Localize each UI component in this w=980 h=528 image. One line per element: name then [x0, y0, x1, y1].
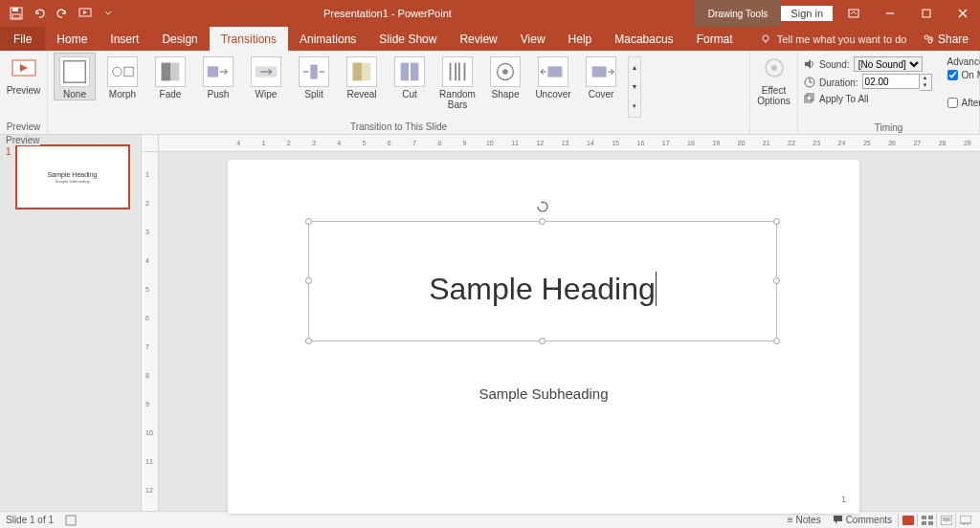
- quick-access-toolbar: [0, 3, 119, 24]
- transition-cover[interactable]: Cover: [580, 53, 622, 99]
- transition-random-bars[interactable]: Random Bars: [436, 53, 479, 110]
- svg-rect-33: [547, 66, 562, 77]
- comments-icon: [833, 515, 843, 525]
- horizontal-ruler: 4123456789101112131415161718192021222324…: [159, 135, 980, 152]
- on-click-label: On Mouse Click: [962, 70, 980, 80]
- qat-dropdown-icon[interactable]: [98, 3, 119, 24]
- resize-handle[interactable]: [773, 277, 780, 284]
- title-textbox[interactable]: Sample Heading: [308, 221, 777, 341]
- svg-rect-34: [592, 66, 607, 77]
- svg-rect-22: [310, 65, 318, 79]
- share-icon: [923, 33, 934, 45]
- duration-input[interactable]: [862, 74, 920, 89]
- slide-editor: 4123456789101112131415161718192021222324…: [142, 135, 980, 511]
- slide-canvas[interactable]: Sample Heading Sample Subheading 1: [228, 160, 859, 514]
- tab-macabacus[interactable]: Macabacus: [603, 27, 684, 51]
- effect-options-button: Effect Options: [756, 53, 791, 106]
- transition-wipe[interactable]: Wipe: [245, 53, 287, 99]
- ruler-corner: [142, 135, 159, 152]
- group-effect-options: Effect Options: [750, 51, 798, 134]
- slide-subtitle[interactable]: Sample Subheading: [228, 385, 859, 402]
- comments-button[interactable]: Comments: [827, 515, 898, 525]
- svg-rect-46: [922, 521, 926, 525]
- slideshow-view-icon[interactable]: [955, 514, 974, 527]
- redo-icon[interactable]: [52, 3, 73, 24]
- svg-point-36: [771, 65, 777, 71]
- tell-me[interactable]: Tell me what you want to do: [745, 27, 907, 51]
- tab-help[interactable]: Help: [557, 27, 604, 51]
- svg-rect-1: [12, 8, 18, 11]
- tab-home[interactable]: Home: [45, 27, 99, 51]
- reading-view-icon[interactable]: [936, 514, 955, 527]
- resize-handle[interactable]: [539, 218, 546, 225]
- close-icon[interactable]: [947, 0, 978, 27]
- rotate-handle-icon[interactable]: [537, 201, 548, 212]
- preview-button[interactable]: Preview: [6, 53, 41, 96]
- ribbon: Preview Preview NoneMorphFadePushWipeSpl…: [0, 51, 980, 135]
- transition-cut[interactable]: Cut: [389, 53, 431, 99]
- tab-insert[interactable]: Insert: [99, 27, 150, 51]
- apply-to-all-button[interactable]: Apply To All: [804, 93, 932, 104]
- svg-point-9: [763, 35, 768, 41]
- undo-icon[interactable]: [29, 3, 50, 24]
- tab-view[interactable]: View: [509, 27, 557, 51]
- transition-morph[interactable]: Morph: [101, 53, 144, 99]
- svg-rect-15: [64, 61, 86, 83]
- svg-rect-45: [928, 516, 933, 519]
- resize-handle[interactable]: [773, 218, 780, 225]
- spellcheck-icon[interactable]: [65, 515, 77, 526]
- normal-view-icon[interactable]: [898, 514, 917, 527]
- svg-rect-43: [902, 516, 914, 525]
- resize-handle[interactable]: [773, 338, 780, 344]
- svg-rect-6: [923, 10, 930, 17]
- resize-handle[interactable]: [305, 277, 312, 284]
- svg-point-11: [924, 35, 928, 39]
- tab-design[interactable]: Design: [150, 27, 209, 51]
- sound-select[interactable]: [No Sound]: [854, 56, 923, 72]
- resize-handle[interactable]: [305, 218, 312, 225]
- after-checkbox[interactable]: [947, 98, 958, 108]
- on-click-checkbox[interactable]: [947, 70, 958, 80]
- slide-sorter-icon[interactable]: [917, 514, 936, 527]
- transition-uncover[interactable]: Uncover: [532, 53, 574, 99]
- maximize-icon[interactable]: [911, 0, 942, 27]
- save-icon[interactable]: [6, 3, 27, 24]
- share-button[interactable]: Share: [911, 27, 980, 51]
- slide-title[interactable]: Sample Heading: [309, 272, 776, 307]
- tab-format[interactable]: Format: [685, 27, 745, 51]
- signin-button[interactable]: Sign in: [781, 6, 833, 21]
- group-transitions-label: Transition to This Slide: [54, 121, 744, 134]
- transition-fade[interactable]: Fade: [149, 53, 191, 99]
- transition-push[interactable]: Push: [197, 53, 239, 99]
- tab-review[interactable]: Review: [448, 27, 508, 51]
- minimize-icon[interactable]: [875, 0, 905, 27]
- share-label: Share: [938, 33, 969, 46]
- tab-transitions[interactable]: Transitions: [210, 27, 288, 51]
- preview-button-label: Preview: [7, 85, 41, 96]
- preview-icon: [11, 56, 37, 83]
- duration-icon: [804, 77, 815, 88]
- tab-animations[interactable]: Animations: [288, 27, 368, 51]
- resize-handle[interactable]: [539, 338, 546, 344]
- transition-reveal[interactable]: Reveal: [341, 53, 383, 99]
- ribbon-display-icon[interactable]: [838, 0, 869, 27]
- start-from-beginning-icon[interactable]: [75, 3, 96, 24]
- apply-all-label: Apply To All: [819, 94, 869, 104]
- slide-thumbnail-1[interactable]: Sample Heading Sample Subheading: [15, 144, 130, 209]
- svg-rect-17: [124, 67, 133, 76]
- transition-none[interactable]: None: [54, 53, 96, 100]
- group-timing-label: Timing: [804, 122, 973, 135]
- transitions-more-button[interactable]: ▲▼▾: [628, 56, 641, 118]
- svg-point-32: [502, 69, 508, 75]
- tell-me-label: Tell me what you want to do: [777, 33, 907, 45]
- sound-icon: [804, 58, 815, 70]
- slide-counter[interactable]: Slide 1 of 1: [6, 515, 54, 525]
- thumb-subheading: Sample Subheading: [56, 179, 90, 184]
- transition-shape[interactable]: Shape: [484, 53, 526, 99]
- transition-split[interactable]: Split: [293, 53, 335, 99]
- tab-slideshow[interactable]: Slide Show: [368, 27, 448, 51]
- tab-file[interactable]: File: [0, 27, 45, 51]
- resize-handle[interactable]: [305, 338, 312, 344]
- duration-spinner[interactable]: ▲▼: [920, 74, 932, 91]
- notes-button[interactable]: ≡Notes: [782, 515, 827, 525]
